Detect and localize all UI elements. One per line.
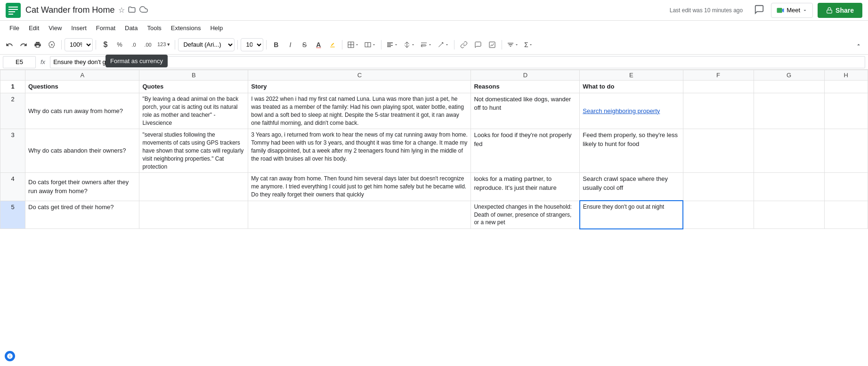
- cell-c4[interactable]: My cat ran away from home. Then found hi…: [248, 173, 471, 201]
- menu-insert[interactable]: Insert: [66, 23, 91, 33]
- cell-d5[interactable]: Unexpected changes in the household: Dea…: [471, 201, 580, 228]
- col-header-a[interactable]: A: [25, 70, 139, 81]
- row-num-3: 3: [0, 129, 25, 173]
- cell-b5[interactable]: [139, 201, 248, 228]
- font-family-select[interactable]: Default (Ari...) Arial: [178, 38, 235, 51]
- italic-button[interactable]: I: [284, 38, 297, 51]
- cell-h2[interactable]: [824, 93, 868, 129]
- comments-button[interactable]: [752, 2, 766, 18]
- cell-g3[interactable]: [754, 129, 824, 173]
- currency-format-button[interactable]: $: [99, 38, 112, 51]
- folder-icon[interactable]: [128, 5, 136, 16]
- star-icon[interactable]: ☆: [118, 6, 125, 15]
- undo-button[interactable]: [3, 38, 16, 51]
- cell-h1[interactable]: [824, 81, 868, 93]
- cell-b3[interactable]: "several studies following the movements…: [139, 129, 248, 173]
- sep9: [502, 40, 502, 49]
- cell-a3[interactable]: Why do cats abandon their owners?: [25, 129, 139, 173]
- cell-e2[interactable]: Search neighboring property: [580, 93, 683, 129]
- cell-e3[interactable]: Feed them properly, so they're less like…: [580, 129, 683, 173]
- paint-format-button[interactable]: [45, 38, 58, 51]
- cell-g2[interactable]: [754, 93, 824, 129]
- borders-button[interactable]: [345, 38, 361, 51]
- cell-d1[interactable]: Reasons: [471, 81, 580, 93]
- menu-extensions[interactable]: Extensions: [166, 23, 206, 33]
- menu-bar: File Edit View Insert Format Data Tools …: [0, 21, 868, 35]
- cell-g5[interactable]: [754, 201, 824, 228]
- cell-b1[interactable]: Quotes: [139, 81, 248, 93]
- cell-h5[interactable]: [824, 201, 868, 228]
- menu-edit[interactable]: Edit: [24, 23, 44, 33]
- filter-button[interactable]: [505, 38, 521, 51]
- redo-button[interactable]: [17, 38, 30, 51]
- cell-a4[interactable]: Do cats forget their owners after they r…: [25, 173, 139, 201]
- menu-data[interactable]: Data: [120, 23, 142, 33]
- decimal-decrease-button[interactable]: .0: [127, 38, 140, 51]
- collapse-button[interactable]: [852, 38, 865, 51]
- menu-format[interactable]: Format: [91, 23, 120, 33]
- menu-help[interactable]: Help: [205, 23, 227, 33]
- rotate-button[interactable]: [435, 38, 451, 51]
- comment-button[interactable]: [471, 38, 485, 51]
- table-row: 3 Why do cats abandon their owners? "sev…: [0, 129, 868, 173]
- formula-bar-input[interactable]: [50, 56, 865, 68]
- chart-button[interactable]: [486, 38, 499, 51]
- cell-h3[interactable]: [824, 129, 868, 173]
- cell-h4[interactable]: [824, 173, 868, 201]
- cell-b2[interactable]: "By leaving a dead animal on the back po…: [139, 93, 248, 129]
- cell-a2[interactable]: Why do cats run away from home?: [25, 93, 139, 129]
- cell-e5[interactable]: Ensure they don't go out at night: [580, 201, 683, 228]
- cell-d4[interactable]: looks for a mating partner, to reproduce…: [471, 173, 580, 201]
- title-bar: Cat Wander from Home ☆ Last edit was 10 …: [0, 0, 868, 21]
- cell-c5[interactable]: [248, 201, 471, 228]
- menu-view[interactable]: View: [44, 23, 66, 33]
- col-header-e[interactable]: E: [580, 70, 683, 81]
- cell-e1[interactable]: What to do: [580, 81, 683, 93]
- cell-c3[interactable]: 3 Years ago, i returned from work to hea…: [248, 129, 471, 173]
- print-button[interactable]: [31, 38, 44, 51]
- strikethrough-button[interactable]: S: [298, 38, 311, 51]
- font-size-select[interactable]: 10 11 12: [241, 38, 263, 51]
- cell-f3[interactable]: [683, 129, 754, 173]
- valign-button[interactable]: [401, 38, 417, 51]
- cell-f2[interactable]: [683, 93, 754, 129]
- text-color-button[interactable]: A: [312, 38, 325, 51]
- cell-a1[interactable]: Questions: [25, 81, 139, 93]
- doc-title[interactable]: Cat Wander from Home: [25, 5, 114, 15]
- wrap-button[interactable]: [418, 38, 434, 51]
- bold-button[interactable]: B: [269, 38, 283, 51]
- cell-d2[interactable]: Not domesticated like dogs, wander off t…: [471, 93, 580, 129]
- share-button[interactable]: Share: [818, 3, 862, 18]
- meet-button[interactable]: Meet: [771, 3, 813, 18]
- more-formats-button[interactable]: 123 ▾: [155, 38, 172, 51]
- merge-button[interactable]: [362, 38, 378, 51]
- svg-rect-5: [777, 8, 782, 13]
- cell-c1[interactable]: Story: [248, 81, 471, 93]
- cell-a5[interactable]: Do cats get tired of their home?: [25, 201, 139, 228]
- cell-d3[interactable]: Looks for food if they're not properly f…: [471, 129, 580, 173]
- halign-button[interactable]: [384, 38, 400, 51]
- cell-b4[interactable]: [139, 173, 248, 201]
- cell-f1[interactable]: [683, 81, 754, 93]
- menu-file[interactable]: File: [5, 23, 24, 33]
- cell-reference-input[interactable]: [3, 56, 36, 68]
- cell-c2[interactable]: I was 2022 when i had my first cat named…: [248, 93, 471, 129]
- cell-f4[interactable]: [683, 173, 754, 201]
- cell-f5[interactable]: [683, 201, 754, 228]
- zoom-select[interactable]: 100% 75% 150%: [65, 38, 93, 51]
- highlight-button[interactable]: [326, 38, 339, 51]
- cell-e4[interactable]: Search crawl space where they usually co…: [580, 173, 683, 201]
- functions-button[interactable]: Σ: [522, 38, 535, 51]
- col-header-d[interactable]: D: [471, 70, 580, 81]
- col-header-f[interactable]: F: [683, 70, 754, 81]
- menu-tools[interactable]: Tools: [142, 23, 166, 33]
- col-header-g[interactable]: G: [754, 70, 824, 81]
- col-header-b[interactable]: B: [139, 70, 248, 81]
- link-button[interactable]: [457, 38, 471, 51]
- percent-format-button[interactable]: %: [113, 38, 126, 51]
- decimal-increase-button[interactable]: .00: [141, 38, 154, 51]
- col-header-c[interactable]: C: [248, 70, 471, 81]
- col-header-h[interactable]: H: [824, 70, 868, 81]
- cell-g1[interactable]: [754, 81, 824, 93]
- cell-g4[interactable]: [754, 173, 824, 201]
